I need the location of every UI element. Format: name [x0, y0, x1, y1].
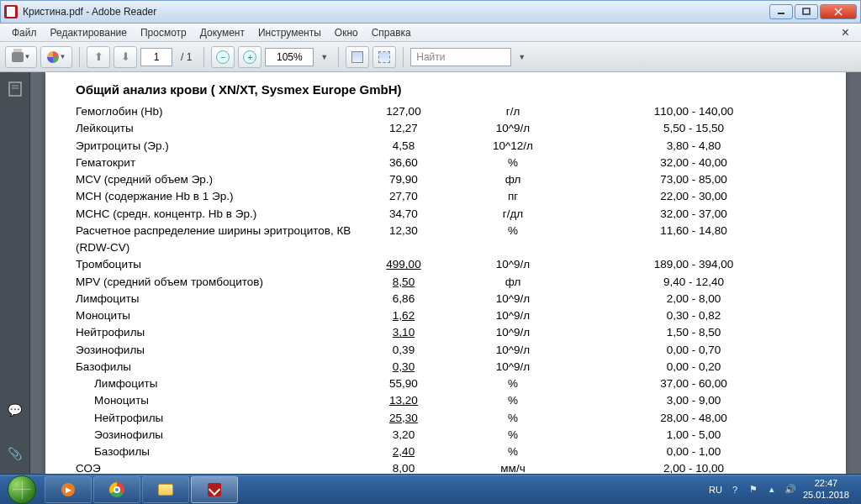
parameter-range: 32,00 - 40,00: [572, 155, 816, 171]
menu-view[interactable]: Просмотр: [134, 25, 193, 40]
menu-help[interactable]: Справка: [365, 25, 418, 40]
result-row: Расчетное распределение ширины эритроцит…: [76, 223, 816, 257]
result-row: Базофилы0,3010^9/л0,00 - 0,20: [76, 359, 816, 375]
help-icon[interactable]: ?: [729, 484, 741, 496]
fit-page-button[interactable]: [372, 46, 396, 68]
parameter-range: 5,50 - 15,50: [572, 120, 816, 137]
toolbar: ▼ ▼ ⬆ ⬇ / 1 − + ▼ ▼: [0, 42, 861, 72]
parameter-name: Лимфоциты: [76, 291, 353, 307]
menu-window[interactable]: Окно: [328, 25, 365, 40]
parameter-name: MCV (средний объем Эр.): [76, 171, 353, 188]
parameter-name: MCH (содержание Hb в 1 Эр.): [76, 188, 353, 205]
result-row: Эритроциты (Эр.)4,5810^12/л3,80 - 4,80: [76, 138, 816, 155]
separator: [79, 47, 80, 67]
find-dropdown[interactable]: ▼: [515, 53, 529, 61]
menu-edit[interactable]: Редактирование: [44, 25, 134, 40]
parameter-range: 9,40 - 12,40: [572, 274, 816, 291]
page-down-button[interactable]: ⬇: [114, 46, 137, 68]
menu-bar: Файл Редактирование Просмотр Документ Ин…: [0, 24, 861, 42]
print-button[interactable]: ▼: [5, 46, 37, 68]
comments-panel-icon[interactable]: 💬: [7, 402, 24, 418]
parameter-unit: %: [454, 155, 572, 171]
language-indicator[interactable]: RU: [709, 485, 722, 495]
zoom-out-button[interactable]: −: [211, 46, 235, 68]
task-chrome[interactable]: [93, 476, 140, 503]
parameter-unit: 10^9/л: [454, 359, 572, 375]
task-media-player[interactable]: ▶: [45, 476, 92, 503]
parameter-value: 1,62: [353, 307, 454, 324]
attachments-panel-icon[interactable]: 📎: [7, 445, 24, 462]
clock-time: 22:47: [803, 478, 849, 489]
document-viewport[interactable]: Общий анализ крови ( XN/XT, Sysmex Europ…: [30, 72, 861, 474]
close-button[interactable]: [820, 4, 857, 19]
tray-chevron-icon[interactable]: ▴: [766, 484, 778, 496]
parameter-name: Лейкоциты: [76, 120, 353, 137]
parameter-name: Базофилы: [76, 359, 353, 375]
parameter-unit: г/л: [454, 103, 572, 120]
clock[interactable]: 22:47 25.01.2018: [803, 478, 854, 500]
result-row: Моноциты1,6210^9/л0,30 - 0,82: [76, 307, 816, 324]
parameter-unit: 10^9/л: [454, 324, 572, 341]
volume-icon[interactable]: 🔊: [784, 484, 796, 496]
svg-rect-4: [9, 82, 21, 96]
action-center-icon[interactable]: ⚑: [747, 484, 759, 496]
fit-width-icon: [351, 51, 363, 63]
system-tray: RU ? ⚑ ▴ 🔊 22:47 25.01.2018: [702, 478, 861, 500]
parameter-range: 189,00 - 394,00: [572, 256, 816, 273]
parameter-value: 34,70: [353, 206, 454, 223]
parameter-unit: фл: [454, 171, 572, 188]
parameter-range: 37,00 - 60,00: [572, 375, 816, 392]
window-title: Кристина.pdf - Adobe Reader: [23, 6, 769, 18]
result-row: Лейкоциты12,2710^9/л5,50 - 15,50: [76, 120, 816, 137]
parameter-unit: 10^9/л: [454, 256, 572, 273]
zoom-in-icon: +: [243, 50, 256, 64]
adobe-reader-icon: [208, 483, 221, 496]
result-row: Лимфоциты55,90%37,00 - 60,00: [76, 375, 816, 392]
parameter-unit: пг: [454, 188, 572, 205]
minimize-button[interactable]: [769, 4, 793, 19]
close-document-button[interactable]: ×: [835, 25, 856, 40]
fit-width-button[interactable]: [346, 46, 369, 68]
parameter-unit: 10^9/л: [454, 307, 572, 324]
result-row: MCHC (средн. концентр. Hb в Эр.)34,70г/д…: [76, 206, 816, 223]
media-player-icon: ▶: [61, 483, 75, 496]
parameter-range: 1,00 - 5,00: [572, 427, 816, 444]
parameter-range: 0,00 - 0,20: [572, 359, 816, 375]
parameter-range: 3,00 - 9,00: [572, 392, 816, 409]
parameter-value: 0,39: [353, 342, 454, 359]
print-icon: [12, 52, 24, 62]
collab-icon: [47, 51, 59, 63]
menu-document[interactable]: Документ: [193, 25, 251, 40]
parameter-value: 8,50: [353, 274, 454, 291]
task-explorer[interactable]: [142, 476, 189, 503]
parameter-name: MCHC (средн. концентр. Hb в Эр.): [76, 206, 353, 223]
parameter-unit: фл: [454, 274, 572, 291]
pdf-page: Общий анализ крови ( XN/XT, Sysmex Europ…: [45, 72, 846, 474]
zoom-out-icon: −: [216, 50, 230, 64]
result-row: Нейтрофилы25,30%28,00 - 48,00: [76, 410, 816, 427]
parameter-unit: 10^12/л: [454, 138, 572, 155]
collaborate-button[interactable]: ▼: [40, 46, 72, 68]
parameter-range: 110,00 - 140,00: [572, 103, 816, 120]
parameter-unit: 10^9/л: [454, 342, 572, 359]
result-row: Гемоглобин (Hb)127,00г/л110,00 - 140,00: [76, 103, 816, 120]
arrow-up-icon: ⬆: [94, 50, 103, 63]
parameter-value: 3,10: [353, 324, 454, 341]
start-button[interactable]: [0, 475, 44, 505]
parameter-name: MPV (средний объем тромбоцитов): [76, 274, 353, 291]
zoom-dropdown[interactable]: ▼: [317, 53, 331, 61]
parameter-name: Нейтрофилы: [76, 410, 353, 427]
find-input[interactable]: [410, 48, 511, 66]
zoom-input[interactable]: [265, 48, 314, 66]
result-row: СОЭ8,00мм/ч2,00 - 10,00: [76, 460, 816, 474]
parameter-name: Расчетное распределение ширины эритроцит…: [76, 223, 353, 257]
parameter-range: 3,80 - 4,80: [572, 138, 816, 155]
page-up-button[interactable]: ⬆: [87, 46, 110, 68]
menu-tools[interactable]: Инструменты: [251, 25, 328, 40]
menu-file[interactable]: Файл: [5, 25, 44, 40]
zoom-in-button[interactable]: +: [238, 46, 261, 68]
task-adobe-reader[interactable]: [191, 476, 238, 503]
page-number-input[interactable]: [140, 48, 172, 66]
maximize-button[interactable]: [795, 4, 818, 19]
pages-panel-icon[interactable]: [7, 81, 24, 97]
